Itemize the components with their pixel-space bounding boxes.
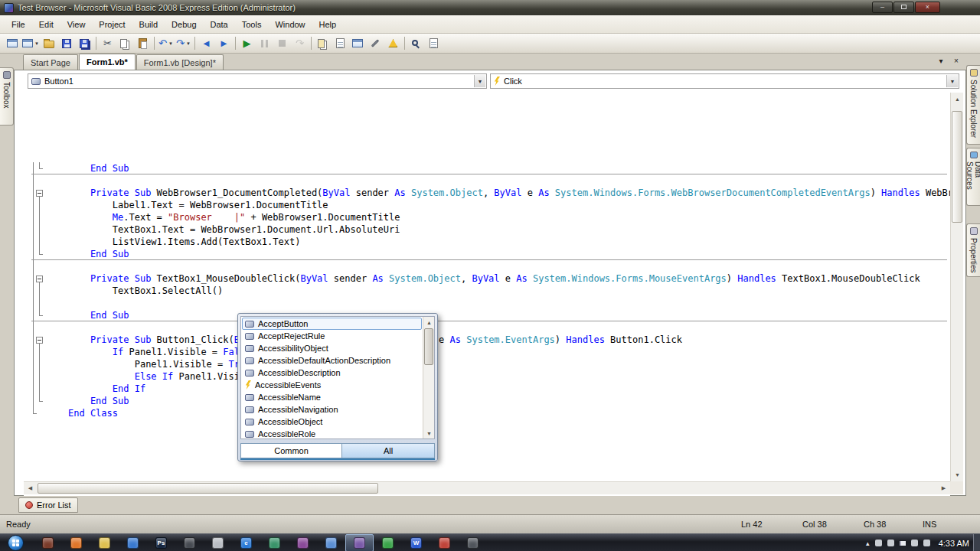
object-browser-icon[interactable] (349, 35, 367, 52)
toolbox-icon[interactable] (367, 35, 384, 52)
code-line[interactable]: Private Sub WebBrowser1_DocumentComplete… (68, 187, 950, 199)
navigate-backward-icon[interactable]: ◄ (198, 35, 215, 52)
navigate-forward-icon[interactable]: ► (215, 35, 233, 52)
tab-start-page[interactable]: Start Page (23, 54, 78, 70)
horizontal-scrollbar[interactable]: ◀ ▶ (24, 481, 950, 494)
error-list-tab[interactable]: Error List (18, 497, 78, 513)
taskbar-app-15[interactable] (430, 534, 459, 551)
taskbar-app-ie[interactable]: e (232, 534, 260, 551)
properties-window-icon[interactable] (332, 35, 349, 52)
code-line[interactable]: TextBox1.Text = WebBrowser1.Document.Url… (68, 223, 950, 236)
code-line[interactable]: End If (68, 383, 950, 395)
action-center-flag-icon[interactable] (900, 541, 906, 546)
add-new-item-icon[interactable]: ▼ (21, 35, 41, 52)
code-line[interactable]: Else If Panel1.Visible = (68, 370, 950, 383)
event-combobox[interactable]: Click ▼ (490, 73, 959, 89)
copy-icon[interactable] (116, 35, 134, 52)
intellisense-item[interactable]: AccessibleObject (242, 416, 422, 428)
sidebar-tab-properties[interactable]: Properties (966, 223, 980, 277)
show-desktop-button[interactable] (973, 534, 980, 551)
intellisense-item[interactable]: AccessibleRole (242, 428, 422, 440)
find-icon[interactable] (407, 35, 425, 52)
open-file-icon[interactable] (41, 35, 58, 52)
maximize-button[interactable] (893, 2, 914, 13)
intellisense-item[interactable]: AccessibleEvents (242, 379, 422, 391)
vertical-scroll-thumb[interactable] (952, 111, 962, 223)
volume-icon[interactable] (923, 540, 930, 546)
tray-icon-1[interactable] (875, 540, 882, 546)
active-files-dropdown-button[interactable]: ▾ (936, 56, 946, 67)
menu-tools[interactable]: Tools (235, 17, 269, 32)
code-line[interactable]: End Sub (68, 309, 950, 321)
menu-data[interactable]: Data (204, 17, 235, 32)
intellisense-tab-all[interactable]: All (341, 443, 435, 458)
collapse-toggle-icon[interactable] (36, 337, 43, 344)
menu-view[interactable]: View (60, 17, 93, 32)
sidebar-tab-solution-explorer[interactable]: Solution Explorer (966, 65, 980, 145)
intellisense-item[interactable]: AccessibilityObject (242, 342, 422, 354)
titlebar[interactable]: Test Browser - Microsoft Visual Basic 20… (0, 0, 980, 15)
intellisense-item[interactable]: AcceptRejectRule (242, 330, 422, 342)
redo-icon[interactable]: ↷▼ (175, 35, 192, 52)
intellisense-item[interactable]: AccessibleName (242, 391, 422, 403)
code-line[interactable] (68, 260, 950, 272)
taskbar-app-word[interactable]: W (402, 534, 430, 551)
taskbar-app-visual-studio[interactable] (345, 534, 374, 551)
code-line[interactable]: Private Sub TextBox1_MouseDoubleClick(By… (68, 272, 950, 285)
chevron-down-icon[interactable]: ▼ (474, 75, 485, 87)
code-line[interactable] (68, 321, 950, 334)
code-line[interactable]: Me.Text = "Browser |" + WebBrowser1.Docu… (68, 211, 950, 223)
taskbar-app-6[interactable] (175, 534, 204, 551)
sidebar-tab-data-sources[interactable]: Data Sources (966, 148, 980, 206)
intellisense-scroll-thumb[interactable] (424, 328, 433, 365)
taskbar-app-explorer[interactable] (90, 534, 119, 551)
taskbar-app-16[interactable] (459, 534, 487, 551)
scroll-up-icon[interactable]: ▲ (951, 93, 964, 106)
vertical-scrollbar[interactable]: ▲ ▼ (950, 93, 963, 481)
object-combobox[interactable]: Button1 ▼ (28, 73, 487, 89)
immediate-window-icon[interactable] (425, 35, 443, 52)
start-button[interactable] (8, 535, 24, 551)
code-line[interactable]: End Sub (68, 162, 950, 174)
tab-form1-vb[interactable]: Form1.vb* (79, 54, 136, 70)
code-line[interactable]: End Sub (68, 395, 950, 407)
sidebar-tab-toolbox[interactable]: Toolbox (0, 67, 14, 126)
intellisense-item[interactable]: AccessibleDescription (242, 367, 422, 379)
chevron-down-icon[interactable]: ▼ (946, 75, 958, 87)
menu-edit[interactable]: Edit (32, 17, 60, 32)
chevron-down-icon[interactable]: ▼ (34, 41, 39, 46)
menu-window[interactable]: Window (268, 17, 312, 32)
scroll-right-icon[interactable]: ▶ (937, 482, 950, 494)
taskbar-app-1[interactable] (34, 534, 62, 551)
undo-icon[interactable]: ↶▼ (157, 35, 175, 52)
code-line[interactable]: ListView1.Items.Add(TextBox1.Text) (68, 236, 950, 248)
menu-build[interactable]: Build (132, 17, 165, 32)
scroll-left-icon[interactable]: ◀ (24, 482, 37, 494)
intellisense-tab-common[interactable]: Common (240, 443, 341, 458)
error-list-icon[interactable] (384, 35, 402, 52)
scroll-down-icon[interactable]: ▼ (423, 428, 435, 439)
save-icon[interactable] (58, 35, 76, 52)
code-line[interactable]: End Sub (68, 248, 950, 260)
taskbar-app-9[interactable] (260, 534, 289, 551)
menu-help[interactable]: Help (312, 17, 344, 32)
intellisense-scrollbar[interactable]: ▲ ▼ (423, 317, 434, 439)
code-line[interactable]: Panel1.Visible = True (68, 358, 950, 370)
start-debugging-icon[interactable]: ▶ (238, 35, 256, 52)
chevron-down-icon[interactable]: ▼ (186, 41, 191, 46)
intellisense-item[interactable]: AccessibleNavigation (242, 403, 422, 416)
collapse-toggle-icon[interactable] (36, 276, 43, 282)
scroll-down-icon[interactable]: ▼ (951, 468, 964, 481)
horizontal-scroll-thumb[interactable] (38, 483, 378, 494)
taskbar-clock[interactable]: 4:33 AM (939, 539, 969, 548)
taskbar-app-7[interactable] (204, 534, 232, 551)
tab-form1-vb-design[interactable]: Form1.vb [Design]* (136, 54, 224, 70)
network-icon[interactable] (911, 540, 918, 546)
intellisense-item[interactable]: AcceptButton (242, 318, 422, 330)
minimize-button[interactable]: – (872, 2, 893, 13)
intellisense-item[interactable]: AccessibleDefaultActionDescription (242, 354, 422, 367)
taskbar-app-photoshop[interactable]: Ps (147, 534, 175, 551)
intellisense-list[interactable]: AcceptButtonAcceptRejectRuleAccessibilit… (240, 316, 435, 439)
tray-icon-2[interactable] (887, 540, 894, 546)
tray-expand-icon[interactable]: ▴ (866, 540, 870, 547)
